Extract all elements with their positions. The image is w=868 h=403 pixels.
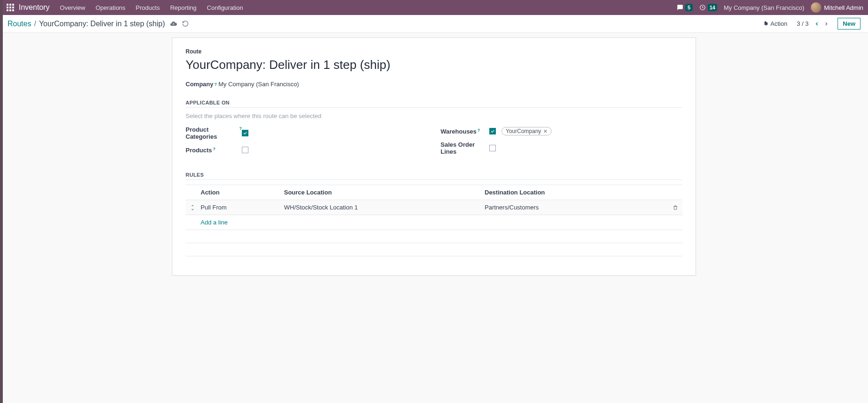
menu-products[interactable]: Products [136, 4, 160, 11]
svg-rect-0 [7, 4, 8, 6]
menu-operations[interactable]: Operations [96, 4, 126, 11]
breadcrumb-root[interactable]: Routes [7, 20, 31, 28]
activities-count: 14 [708, 4, 717, 11]
svg-rect-5 [12, 7, 14, 8]
activities-button[interactable]: 14 [699, 4, 717, 11]
action-dropdown[interactable]: Action [762, 20, 787, 27]
rules-table: Action Source Location Destination Locat… [186, 185, 682, 256]
delete-row-icon[interactable] [668, 205, 682, 210]
sales-order-lines-label: Sales Order Lines [441, 141, 489, 155]
pager-prev[interactable] [812, 19, 822, 29]
product-categories-label: Product Categories [186, 126, 239, 140]
form-sheet: Route YourCompany: Deliver in 1 step (sh… [172, 37, 696, 276]
sales-order-lines-checkbox[interactable] [489, 145, 496, 151]
company-switcher[interactable]: My Company (San Francisco) [724, 4, 804, 11]
warehouse-tag-label: YourCompany [506, 128, 541, 134]
applicable-hint: Select the places where this route can b… [186, 112, 682, 119]
avatar [811, 2, 821, 13]
discard-icon[interactable] [182, 20, 189, 28]
help-icon[interactable]: ? [213, 147, 216, 151]
svg-rect-3 [7, 7, 8, 8]
action-label: Action [771, 20, 787, 27]
drag-handle-icon[interactable] [186, 205, 200, 210]
table-row[interactable]: Pull From WH/Stock/Stock Location 1 Part… [186, 200, 682, 215]
product-categories-checkbox[interactable] [242, 130, 248, 136]
breadcrumb-separator: / [34, 20, 36, 28]
warehouse-tag-remove-icon[interactable]: ✕ [543, 128, 547, 134]
svg-rect-2 [12, 4, 14, 6]
rule-action[interactable]: Pull From [200, 204, 284, 211]
save-cloud-icon[interactable] [170, 20, 177, 28]
svg-rect-1 [9, 4, 11, 6]
menu-reporting[interactable]: Reporting [170, 4, 196, 11]
route-title[interactable]: YourCompany: Deliver in 1 step (ship) [186, 58, 682, 72]
user-menu[interactable]: Mitchell Admin [811, 2, 863, 13]
rules-header-action[interactable]: Action [200, 189, 284, 196]
pager-next[interactable] [822, 19, 831, 29]
messages-count: 5 [685, 4, 693, 11]
rules-title: Rules [186, 172, 682, 178]
control-bar: Routes / YourCompany: Deliver in 1 step … [0, 15, 868, 33]
top-navbar: Inventory Overview Operations Products R… [0, 0, 868, 15]
menu-overview[interactable]: Overview [60, 4, 85, 11]
apps-icon[interactable] [7, 4, 14, 11]
menu-configuration[interactable]: Configuration [207, 4, 243, 11]
warehouses-label: Warehouses [441, 128, 477, 135]
svg-rect-7 [9, 9, 11, 11]
help-icon[interactable]: ? [214, 82, 217, 87]
table-row: Add a line [186, 215, 682, 230]
svg-rect-6 [7, 9, 8, 11]
applicable-on-title: Applicable On [186, 100, 682, 105]
rules-header-row: Action Source Location Destination Locat… [186, 185, 682, 200]
user-name: Mitchell Admin [824, 4, 863, 11]
svg-rect-8 [12, 9, 14, 11]
route-label: Route [186, 48, 682, 55]
company-label: Company [186, 81, 213, 88]
rules-header-source[interactable]: Source Location [284, 189, 485, 196]
rule-source[interactable]: WH/Stock/Stock Location 1 [284, 204, 485, 211]
messages-button[interactable]: 5 [677, 4, 693, 11]
warehouse-tag[interactable]: YourCompany ✕ [501, 127, 552, 135]
products-label: Products [186, 147, 212, 154]
breadcrumb-current: YourCompany: Deliver in 1 step (ship) [39, 20, 165, 28]
new-button[interactable]: New [838, 18, 861, 30]
add-line-link[interactable]: Add a line [201, 219, 228, 226]
rules-header-dest[interactable]: Destination Location [485, 189, 668, 196]
help-icon[interactable]: ? [478, 128, 480, 133]
app-brand[interactable]: Inventory [19, 3, 50, 12]
company-value[interactable]: My Company (San Francisco) [218, 81, 299, 88]
svg-rect-4 [9, 7, 11, 8]
warehouses-checkbox[interactable] [489, 128, 496, 134]
products-checkbox[interactable] [242, 147, 248, 153]
rule-dest[interactable]: Partners/Customers [485, 204, 668, 211]
pager-text[interactable]: 3 / 3 [797, 20, 808, 27]
breadcrumb: Routes / YourCompany: Deliver in 1 step … [7, 20, 165, 28]
